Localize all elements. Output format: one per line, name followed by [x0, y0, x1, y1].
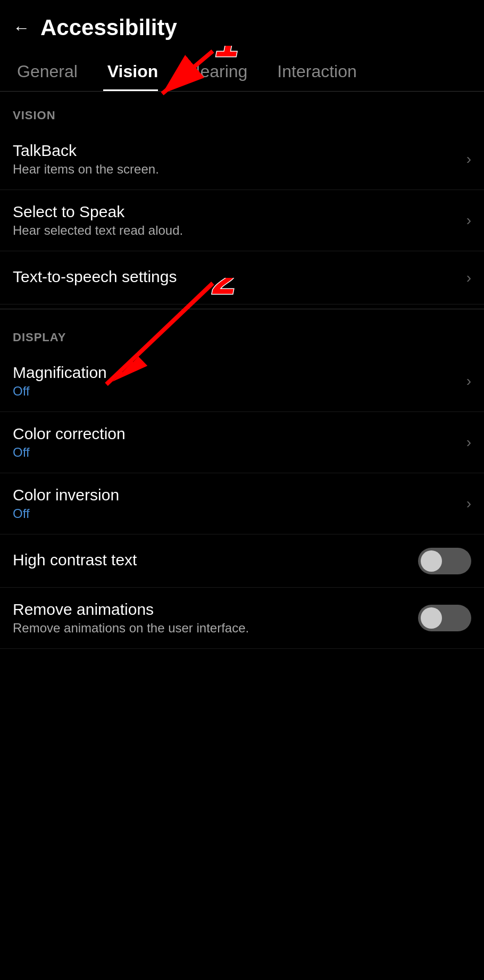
list-item-select-to-speak-subtitle: Hear selected text read aloud. [13, 223, 458, 238]
list-item-tts-content: Text-to-speech settings [13, 268, 458, 288]
list-item-magnification-content: Magnification Off [13, 364, 458, 399]
app-header: ← Accessibility [0, 0, 484, 51]
chevron-icon-color-correction: › [466, 434, 471, 451]
list-item-color-correction-title: Color correction [13, 425, 458, 443]
toggle-container-high-contrast[interactable] [418, 548, 471, 574]
list-item-remove-animations-subtitle: Remove animations on the user interface. [13, 621, 410, 636]
list-item-color-correction-subtitle: Off [13, 445, 458, 460]
list-item-remove-animations-title: Remove animations [13, 600, 410, 619]
content-area: 2 VISION TalkBack Hear items on the scre… [0, 92, 484, 649]
list-item-high-contrast-content: High contrast text [13, 551, 410, 571]
list-item-magnification-title: Magnification [13, 364, 458, 382]
toggle-high-contrast[interactable] [418, 548, 471, 574]
tab-bar: General Vision Hearing Interaction [0, 51, 484, 92]
list-item-talkback-title: TalkBack [13, 142, 458, 160]
list-item-color-correction[interactable]: Color correction Off › [0, 412, 484, 473]
chevron-icon-magnification: › [466, 373, 471, 390]
list-item-magnification[interactable]: Magnification Off › [0, 351, 484, 412]
list-item-talkback-subtitle: Hear items on the screen. [13, 162, 458, 177]
toggle-container-remove-animations[interactable] [418, 605, 471, 631]
list-item-talkback[interactable]: TalkBack Hear items on the screen. › [0, 129, 484, 190]
list-item-select-to-speak[interactable]: Select to Speak Hear selected text read … [0, 190, 484, 251]
section-header-vision: VISION [0, 92, 484, 129]
tab-general[interactable]: General [13, 51, 93, 91]
chevron-icon-select-to-speak: › [466, 212, 471, 229]
page-title: Accessibility [40, 15, 177, 40]
list-item-tts-settings[interactable]: Text-to-speech settings › [0, 251, 484, 304]
list-item-select-to-speak-title: Select to Speak [13, 203, 458, 221]
list-item-color-inversion-title: Color inversion [13, 486, 458, 504]
toggle-knob-remove-animations [421, 607, 442, 629]
tab-hearing[interactable]: Hearing [183, 51, 262, 91]
list-item-color-inversion-subtitle: Off [13, 506, 458, 521]
back-button[interactable]: ← [13, 19, 30, 36]
chevron-icon-color-inversion: › [466, 495, 471, 512]
tabs-container: General Vision Hearing Interaction 1 [0, 51, 484, 92]
list-item-remove-animations-content: Remove animations Remove animations on t… [13, 600, 410, 636]
list-item-magnification-subtitle: Off [13, 384, 458, 399]
list-item-talkback-content: TalkBack Hear items on the screen. [13, 142, 458, 177]
tab-vision[interactable]: Vision [103, 51, 173, 91]
list-item-select-to-speak-content: Select to Speak Hear selected text read … [13, 203, 458, 238]
toggle-remove-animations[interactable] [418, 605, 471, 631]
list-item-color-correction-content: Color correction Off [13, 425, 458, 460]
section-display: DISPLAY Magnification Off › Color correc… [0, 314, 484, 649]
list-item-color-inversion-content: Color inversion Off [13, 486, 458, 521]
list-item-remove-animations[interactable]: Remove animations Remove animations on t… [0, 588, 484, 649]
list-item-high-contrast[interactable]: High contrast text [0, 534, 484, 588]
list-item-high-contrast-title: High contrast text [13, 551, 410, 569]
toggle-knob-high-contrast [421, 550, 442, 572]
chevron-icon-talkback: › [466, 151, 471, 168]
list-item-tts-title: Text-to-speech settings [13, 268, 458, 286]
chevron-icon-tts: › [466, 269, 471, 286]
section-vision: VISION TalkBack Hear items on the screen… [0, 92, 484, 304]
list-item-color-inversion[interactable]: Color inversion Off › [0, 473, 484, 534]
section-divider [0, 309, 484, 309]
tab-interaction[interactable]: Interaction [273, 51, 371, 91]
section-header-display: DISPLAY [0, 314, 484, 351]
